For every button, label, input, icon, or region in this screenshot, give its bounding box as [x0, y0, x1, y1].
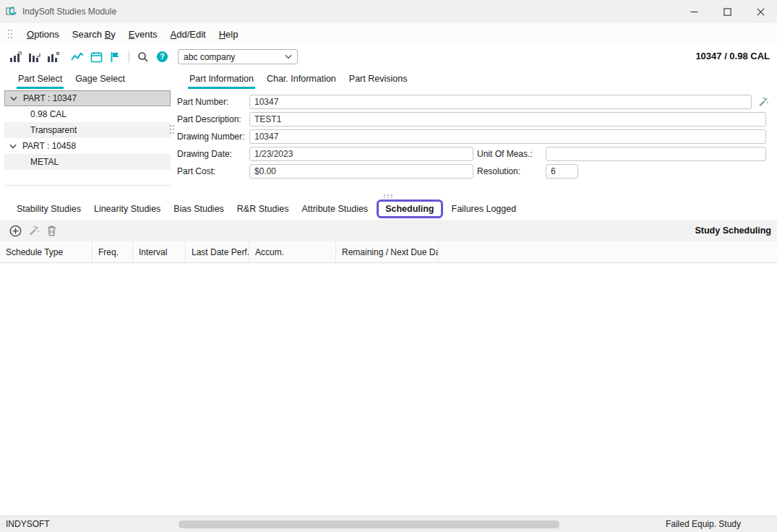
chevron-down-icon[interactable]: [9, 144, 22, 149]
tree-item-transparent[interactable]: Transparent: [4, 122, 171, 138]
column-freq[interactable]: Freq.: [93, 241, 133, 262]
tab-gage-select[interactable]: Gage Select: [69, 69, 132, 90]
part-number-field[interactable]: [249, 95, 752, 109]
horizontal-scrollbar-thumb[interactable]: [179, 520, 559, 528]
vertical-splitter-handle[interactable]: [169, 124, 175, 137]
tab-failures-logged[interactable]: Failures Logged: [445, 200, 523, 218]
menu-bar: Options Search By Events Add/Edit Help: [0, 23, 777, 45]
company-select[interactable]: abc company: [178, 49, 298, 64]
menu-add-edit[interactable]: Add/Edit: [164, 25, 213, 43]
toolbar-separator: [129, 51, 129, 63]
tab-part-information[interactable]: Part Information: [183, 69, 260, 90]
minimize-button[interactable]: [677, 0, 711, 23]
help-icon[interactable]: ?: [153, 48, 171, 66]
menu-search-by[interactable]: Search By: [66, 25, 122, 43]
tree-item-metal[interactable]: METAL: [4, 154, 171, 170]
part-cost-label: Part Cost:: [177, 166, 249, 176]
linearity-chart-icon[interactable]: [25, 48, 43, 66]
menu-options[interactable]: Options: [20, 25, 66, 43]
main-toolbar: ? abc company 10347 / 0.98 CAL: [0, 45, 777, 69]
studies-tab-strip: Stability Studies Linearity Studies Bias…: [0, 198, 777, 220]
column-last-date-perf[interactable]: Last Date Perf.: [186, 241, 249, 262]
tab-part-revisions[interactable]: Part Revisions: [343, 69, 414, 90]
tree-item-label: PART : 10347: [23, 93, 77, 103]
unit-of-meas-field[interactable]: [546, 147, 766, 161]
menu-help[interactable]: Help: [213, 25, 245, 43]
search-icon[interactable]: [134, 48, 153, 66]
part-description-field[interactable]: [249, 112, 766, 126]
part-select-panel: Part Select Gage Select PART : 10347 0.9…: [4, 69, 171, 186]
column-remaining-next-due[interactable]: Remaining / Next Due Da: [336, 241, 439, 262]
close-button[interactable]: [744, 0, 777, 23]
magic-wand-icon[interactable]: [757, 96, 769, 108]
tree-item-label: METAL: [30, 157, 59, 167]
add-schedule-icon[interactable]: [7, 222, 25, 239]
resolution-label: Resolution:: [477, 166, 546, 176]
tree-item-part-10458[interactable]: PART : 10458: [4, 138, 171, 154]
select-tabs: Part Select Gage Select: [4, 69, 171, 90]
status-study-type: Failed Equip. Study: [666, 519, 741, 529]
section-title: Study Scheduling: [695, 226, 771, 236]
magic-wand-icon[interactable]: [25, 222, 43, 239]
part-number-label: Part Number:: [177, 97, 249, 107]
chevron-down-icon: [285, 54, 292, 59]
drawing-number-label: Drawing Number:: [177, 132, 249, 142]
menu-grip-handle[interactable]: [7, 29, 13, 39]
tree-item-label: Transparent: [30, 125, 77, 135]
part-info-tabs: Part Information Char. Information Part …: [177, 69, 773, 90]
part-cost-field[interactable]: [249, 164, 473, 179]
schedule-table-header: Schedule Type Freq. Interval Last Date P…: [0, 241, 777, 263]
tab-char-information[interactable]: Char. Information: [260, 69, 343, 90]
chevron-down-icon[interactable]: [10, 96, 23, 101]
schedule-table-body: [0, 263, 777, 515]
drawing-date-field[interactable]: [249, 147, 473, 161]
drawing-number-field[interactable]: [249, 129, 766, 144]
unit-of-meas-label: Unit Of Meas.:: [477, 149, 546, 159]
maximize-button[interactable]: [711, 0, 744, 23]
tab-linearity-studies[interactable]: Linearity Studies: [87, 200, 167, 218]
calendar-icon[interactable]: [87, 48, 106, 66]
tree-item-part-10347[interactable]: PART : 10347: [4, 90, 171, 106]
tree-item-label: 0.98 CAL: [30, 109, 66, 119]
scheduling-toolbar: Study Scheduling: [0, 220, 777, 241]
tab-scheduling[interactable]: Scheduling: [377, 200, 442, 218]
part-info-form: Part Number: Part Description: Drawing N…: [177, 93, 773, 180]
column-interval[interactable]: Interval: [133, 241, 186, 262]
part-description-label: Part Description:: [177, 114, 249, 124]
trend-chart-icon[interactable]: [68, 48, 87, 66]
column-schedule-type[interactable]: Schedule Type: [0, 241, 93, 262]
bias-chart-icon[interactable]: [43, 48, 62, 66]
tree-item-098-cal[interactable]: 0.98 CAL: [4, 106, 171, 122]
title-bar: IndySoft Studies Module: [0, 0, 777, 23]
status-company: INDYSOFT: [6, 519, 50, 529]
stability-chart-icon[interactable]: [6, 48, 25, 66]
drawing-date-label: Drawing Date:: [177, 149, 249, 159]
company-select-value: abc company: [184, 52, 285, 62]
active-part-context: 10347 / 0.98 CAL: [695, 51, 770, 61]
svg-text:?: ?: [160, 52, 164, 61]
tab-part-select[interactable]: Part Select: [12, 69, 69, 90]
tab-rr-studies[interactable]: R&R Studies: [231, 200, 296, 218]
resolution-field[interactable]: [546, 164, 578, 179]
tab-attribute-studies[interactable]: Attribute Studies: [295, 200, 374, 218]
tab-bias-studies[interactable]: Bias Studies: [167, 200, 230, 218]
app-icon: [6, 6, 17, 17]
status-bar: INDYSOFT Failed Equip. Study: [0, 515, 777, 532]
tree-item-label: PART : 10458: [22, 141, 76, 151]
part-tree: PART : 10347 0.98 CAL Transparent PART :…: [4, 90, 171, 170]
flag-icon[interactable]: [106, 48, 124, 66]
part-information-panel: Part Information Char. Information Part …: [177, 69, 773, 180]
window-title: IndySoft Studies Module: [22, 7, 116, 17]
tab-stability-studies[interactable]: Stability Studies: [10, 200, 87, 218]
app-window: IndySoft Studies Module Options Search B…: [0, 0, 777, 532]
menu-events[interactable]: Events: [122, 25, 164, 43]
delete-schedule-icon[interactable]: [43, 222, 61, 239]
column-accum[interactable]: Accum.: [249, 241, 336, 262]
